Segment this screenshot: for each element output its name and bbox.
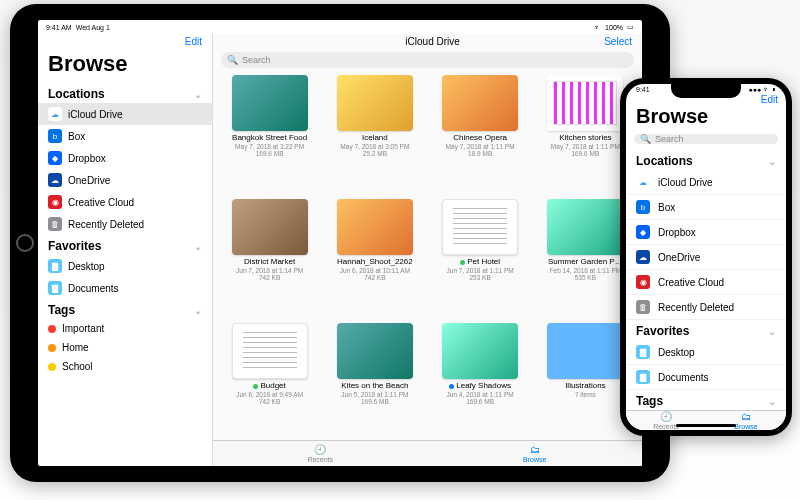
- file-size: 742 KB: [259, 398, 280, 405]
- file-item[interactable]: Leafy ShadowsJun 4, 2018 at 1:11 PM169.6…: [430, 323, 531, 440]
- browse-title: Browse: [626, 105, 786, 132]
- locations-label: Locations: [636, 154, 693, 168]
- sidebar-item-icloud-drive[interactable]: ☁iCloud Drive: [626, 170, 786, 195]
- notch: [671, 84, 741, 98]
- tags-header[interactable]: Tags: [38, 299, 212, 319]
- file-item[interactable]: District MarketJun 7, 2018 at 1:14 PM742…: [219, 199, 320, 319]
- search-input[interactable]: 🔍Search: [634, 134, 778, 144]
- sidebar-item-dropbox[interactable]: ◆Dropbox: [626, 220, 786, 245]
- sidebar-item-dropbox[interactable]: ◆Dropbox: [38, 147, 212, 169]
- favorites-header[interactable]: Favorites: [626, 320, 786, 340]
- sidebar-item-box[interactable]: bBox: [626, 195, 786, 220]
- file-date: Jun 7, 2018 at 1:14 PM: [236, 267, 303, 274]
- tab-browse[interactable]: 🗂Browse: [706, 411, 786, 430]
- file-item[interactable]: Chinese OperaMay 7, 2018 at 1:11 PM18.9 …: [430, 75, 531, 195]
- edit-button[interactable]: Edit: [761, 94, 778, 105]
- file-name: Pet Hotel: [460, 258, 500, 267]
- dropbox-icon: ◆: [636, 225, 650, 239]
- file-thumbnail: [442, 323, 518, 379]
- select-button[interactable]: Select: [604, 36, 632, 47]
- file-item[interactable]: Bangkok Street FoodMay 7, 2018 at 3:22 P…: [219, 75, 320, 195]
- locations-header[interactable]: Locations: [38, 83, 212, 103]
- file-thumbnail: [337, 199, 413, 255]
- home-button[interactable]: [16, 234, 34, 252]
- file-item[interactable]: Pet HotelJun 7, 2018 at 1:11 PM253 KB: [430, 199, 531, 319]
- sidebar-item-documents[interactable]: ▇Documents: [626, 365, 786, 390]
- sidebar-item-desktop[interactable]: ▇Desktop: [626, 340, 786, 365]
- folder-icon: ▇: [48, 259, 62, 273]
- locations-label: Locations: [48, 87, 105, 101]
- sidebar-item-label: Box: [658, 202, 675, 213]
- status-bar: 9:41 AM Wed Aug 1 ᯤ 100% ▭: [38, 20, 642, 34]
- clock-icon: 🕘: [660, 411, 672, 422]
- file-name: Chinese Opera: [453, 134, 507, 143]
- sidebar-item-documents[interactable]: ▇Documents: [38, 277, 212, 299]
- sidebar-item-desktop[interactable]: ▇Desktop: [38, 255, 212, 277]
- file-item[interactable]: IcelandMay 7, 2018 at 3:05 PM25.2 MB: [324, 75, 425, 195]
- box-icon: b: [636, 200, 650, 214]
- tags-label: Tags: [48, 303, 75, 317]
- sidebar-item-icloud-drive[interactable]: ☁iCloud Drive: [38, 103, 212, 125]
- file-size: 169.6 MB: [256, 150, 284, 157]
- trash-icon: 🗑: [48, 217, 62, 231]
- sidebar-item-recently-deleted[interactable]: 🗑Recently Deleted: [38, 213, 212, 235]
- tags-header[interactable]: Tags: [626, 390, 786, 410]
- tab-bar: 🕘Recents 🗂Browse: [213, 440, 642, 466]
- folder-icon: ▇: [636, 345, 650, 359]
- ipad-screen: 9:41 AM Wed Aug 1 ᯤ 100% ▭ Edit Browse L…: [38, 20, 642, 466]
- sidebar-item-label: Important: [62, 323, 104, 334]
- trash-icon: 🗑: [636, 300, 650, 314]
- sidebar-tag-important[interactable]: Important: [38, 319, 212, 338]
- sidebar-item-label: Desktop: [68, 261, 105, 272]
- favorites-header[interactable]: Favorites: [38, 235, 212, 255]
- file-name: Hannah_Shoot_2262: [337, 258, 413, 267]
- file-item[interactable]: Kites on the BeachJun 5, 2018 at 1:11 PM…: [324, 323, 425, 440]
- folder-icon: 🗂: [530, 444, 540, 455]
- main-content: iCloud Drive Select 🔍 Search Bangkok Str…: [213, 34, 642, 466]
- file-thumbnail: [442, 199, 518, 255]
- sidebar-item-creative-cloud[interactable]: ◉Creative Cloud: [626, 270, 786, 295]
- file-thumbnail: [232, 323, 308, 379]
- sidebar-item-box[interactable]: bBox: [38, 125, 212, 147]
- file-thumbnail: [337, 75, 413, 131]
- file-date: Jun 5, 2018 at 1:11 PM: [341, 391, 408, 398]
- sidebar-item-onedrive[interactable]: ☁OneDrive: [626, 245, 786, 270]
- edit-button[interactable]: Edit: [185, 36, 202, 47]
- tag-dot-icon: [48, 325, 56, 333]
- sidebar-item-onedrive[interactable]: ☁OneDrive: [38, 169, 212, 191]
- folder-icon: ▇: [48, 281, 62, 295]
- file-size: 742 KB: [364, 274, 385, 281]
- file-size: 742 KB: [259, 274, 280, 281]
- sidebar-item-label: iCloud Drive: [658, 177, 712, 188]
- tab-browse[interactable]: 🗂Browse: [428, 441, 643, 466]
- tab-recents[interactable]: 🕘Recents: [626, 411, 706, 430]
- sidebar-item-label: Creative Cloud: [658, 277, 724, 288]
- sidebar-item-label: Recently Deleted: [658, 302, 734, 313]
- sidebar-item-label: OneDrive: [658, 252, 700, 263]
- locations-header[interactable]: Locations: [626, 150, 786, 170]
- file-thumbnail: [442, 75, 518, 131]
- status-time: 9:41: [636, 86, 650, 93]
- creative-cloud-icon: ◉: [636, 275, 650, 289]
- file-name: Budget: [253, 382, 285, 391]
- file-date: May 7, 2018 at 3:05 PM: [340, 143, 409, 150]
- file-date: Jun 7, 2018 at 1:11 PM: [447, 267, 514, 274]
- sidebar-tag-school[interactable]: School: [38, 357, 212, 376]
- sidebar-item-label: Dropbox: [658, 227, 696, 238]
- sidebar-tag-home[interactable]: Home: [38, 338, 212, 357]
- file-thumbnail: [337, 323, 413, 379]
- location-title: iCloud Drive: [261, 36, 604, 47]
- file-size: 169.6 MB: [571, 150, 599, 157]
- file-item[interactable]: Hannah_Shoot_2262Jun 6, 2018 at 10:11 AM…: [324, 199, 425, 319]
- sidebar-item-creative-cloud[interactable]: ◉Creative Cloud: [38, 191, 212, 213]
- home-indicator[interactable]: [676, 424, 736, 427]
- file-name: Kites on the Beach: [341, 382, 408, 391]
- file-item[interactable]: BudgetJun 6, 2018 at 9:49 AM742 KB: [219, 323, 320, 440]
- search-input[interactable]: 🔍 Search: [221, 52, 634, 68]
- file-date: Feb 14, 2018 at 1:11 PM: [550, 267, 622, 274]
- tab-recents[interactable]: 🕘Recents: [213, 441, 428, 466]
- file-size: 25.2 MB: [363, 150, 387, 157]
- sidebar-item-recently-deleted[interactable]: 🗑Recently Deleted: [626, 295, 786, 320]
- chevron-down-icon: [194, 87, 202, 101]
- file-size: 169.6 MB: [361, 398, 389, 405]
